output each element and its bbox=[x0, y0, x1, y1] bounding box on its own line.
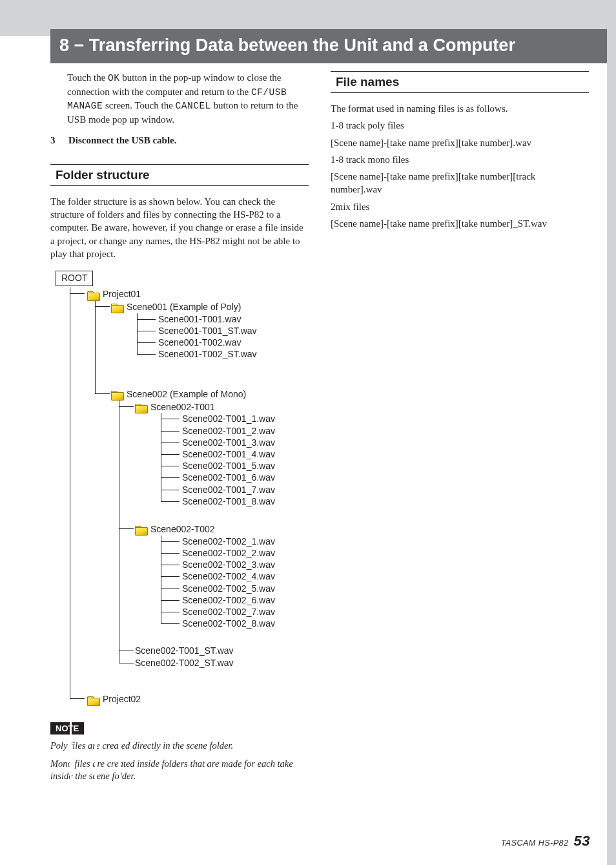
folder-tree: ROOT Project01 Scene001 (Example of Poly… bbox=[56, 271, 309, 705]
file-item: Scene002-T001_1.wav bbox=[161, 413, 309, 424]
page-footer: TASCAM HS-P82 53 bbox=[501, 833, 590, 849]
file-item: Scene002-T001_8.wav bbox=[161, 495, 309, 507]
file-item: Scene002-T002_5.wav bbox=[161, 583, 309, 594]
file-item: Scene002-T001_4.wav bbox=[161, 448, 309, 460]
scene002-st-file: Scene002-T002_ST.wav bbox=[119, 657, 309, 669]
folder-icon bbox=[87, 695, 99, 704]
file-item: Scene001-T001_ST.wav bbox=[138, 325, 309, 337]
file-line: [Scene name]-[take name prefix][take num… bbox=[331, 170, 589, 196]
folder-icon bbox=[87, 290, 99, 299]
folder-icon bbox=[111, 302, 123, 311]
file-line: 2mix files bbox=[331, 200, 589, 213]
project01-node: Project01 Scene001 (Example of Poly) Sce… bbox=[70, 287, 309, 693]
file-item: Scene002-T002_3.wav bbox=[161, 559, 309, 570]
scene002-t001-files: Scene002-T001_1.wav Scene002-T001_2.wav … bbox=[161, 413, 309, 511]
cancel-label: CANCEL bbox=[176, 101, 211, 111]
file-line: [Scene name]-[take name prefix][take num… bbox=[331, 217, 589, 230]
right-tab-bar bbox=[607, 0, 616, 865]
footer-model: TASCAM HS-P82 bbox=[501, 839, 569, 848]
file-item: Scene001-T002_ST.wav bbox=[138, 348, 309, 360]
folder-icon bbox=[135, 525, 147, 534]
file-item: Scene002-T002_2.wav bbox=[161, 547, 309, 559]
page-number: 53 bbox=[574, 833, 590, 849]
step-text: Disconnect the USB cable. bbox=[68, 135, 177, 146]
root-node: ROOT bbox=[56, 271, 93, 286]
project02-node: Project02 bbox=[70, 693, 309, 705]
folder-label: Scene002 (Example of Mono) bbox=[127, 388, 246, 401]
folder-paragraph: The folder structure is as shown below. … bbox=[50, 195, 309, 260]
file-item: Scene002-T002_6.wav bbox=[161, 594, 309, 606]
file-line: 1-8 track poly files bbox=[331, 119, 589, 132]
file-line: 1-8 track mono files bbox=[331, 153, 589, 166]
file-item: Scene002-T001_3.wav bbox=[161, 437, 309, 448]
folder-label: Scene002-T002 bbox=[150, 523, 215, 536]
folder-label: Scene002-T001 bbox=[150, 401, 215, 413]
note-badge: NOTE bbox=[50, 722, 84, 735]
file-line: [Scene name]-[take name prefix][take num… bbox=[331, 136, 589, 149]
file-item: Scene002-T002_8.wav bbox=[161, 618, 309, 629]
file-item: Scene001-T001.wav bbox=[138, 313, 309, 325]
scene002-node: Scene002 (Example of Mono) Scene002-T001… bbox=[96, 388, 309, 693]
scene001-files: Scene001-T001.wav Scene001-T001_ST.wav S… bbox=[137, 313, 309, 364]
file-item: Scene002-T002_1.wav bbox=[161, 536, 309, 547]
file-item: Scene002-T001_6.wav bbox=[161, 472, 309, 483]
file-item: Scene002-T001_7.wav bbox=[161, 484, 309, 495]
step-3: 3 Disconnect the USB cable. bbox=[50, 135, 309, 146]
ok-label: OK bbox=[108, 73, 119, 83]
section-folder-structure: Folder structure bbox=[50, 164, 309, 186]
note-text-1: Poly files are created directly in the s… bbox=[50, 740, 296, 753]
scene002-t002-node: Scene002-T002 Scene002-T002_1.wav Scene0… bbox=[119, 523, 309, 645]
scene001-node: Scene001 (Example of Poly) Scene001-T001… bbox=[96, 300, 309, 388]
folder-label: Scene001 (Example of Poly) bbox=[127, 301, 241, 313]
folder-label: Project02 bbox=[103, 693, 141, 705]
chapter-title: 8 − Transferring Data between the Unit a… bbox=[50, 29, 607, 63]
note-text-2: Mono files are created inside folders th… bbox=[50, 758, 296, 783]
folder-label: Project01 bbox=[103, 288, 141, 300]
file-line: The format used in naming files is as fo… bbox=[331, 102, 589, 115]
file-item: Scene002-T002_4.wav bbox=[161, 570, 309, 582]
scene002-t002-files: Scene002-T002_1.wav Scene002-T002_2.wav … bbox=[161, 536, 309, 634]
scene002-st-file: Scene002-T001_ST.wav bbox=[119, 645, 309, 657]
file-item: Scene002-T001_2.wav bbox=[161, 425, 309, 437]
step-number: 3 bbox=[50, 135, 57, 146]
folder-icon bbox=[111, 390, 123, 399]
file-item: Scene002-T002_7.wav bbox=[161, 606, 309, 618]
scene002-t001-node: Scene002-T001 Scene002-T001_1.wav Scene0… bbox=[119, 401, 309, 523]
left-margin-bar bbox=[0, 0, 50, 36]
file-item: Scene001-T002.wav bbox=[138, 337, 309, 348]
intro-paragraph: Touch the OK button in the pop-up window… bbox=[67, 71, 309, 126]
section-file-names: File names bbox=[331, 71, 589, 93]
file-item: Scene002-T001_5.wav bbox=[161, 460, 309, 472]
folder-icon bbox=[135, 402, 147, 412]
